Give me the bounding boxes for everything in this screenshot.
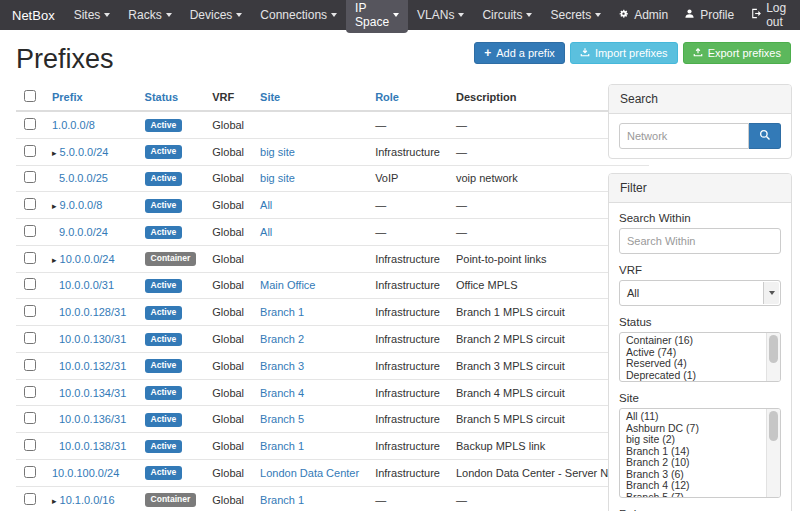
search-within-label: Search Within (619, 212, 781, 224)
site-option[interactable]: big site (2) (624, 434, 762, 446)
vrf-cell: Global (204, 272, 252, 299)
nav-item-sites[interactable]: Sites (65, 4, 120, 26)
prefix-link[interactable]: 10.0.0.130/31 (59, 333, 126, 345)
nav-item-secrets[interactable]: Secrets (541, 4, 610, 26)
site-filter-listbox[interactable]: All (11) Ashburn DC (7) big site (2) Bra… (619, 408, 781, 498)
site-option[interactable]: All (11) (624, 411, 762, 423)
row-select-checkbox[interactable] (24, 439, 36, 451)
brand-logo[interactable]: NetBox (8, 8, 65, 23)
scrollbar-thumb[interactable] (769, 411, 778, 441)
site-filter-label: Site (619, 392, 781, 404)
row-select-checkbox[interactable] (24, 305, 36, 317)
row-select-checkbox[interactable] (24, 118, 36, 130)
prefixes-table: Prefix Status VRF Site Role Description … (16, 84, 649, 511)
export-prefixes-label: Export prefixes (708, 46, 781, 60)
site-link[interactable]: All (260, 226, 272, 238)
nav-item-racks[interactable]: Racks (119, 4, 180, 26)
select-all-checkbox[interactable] (24, 90, 36, 102)
vrf-filter-label: VRF (619, 264, 781, 276)
row-select-checkbox[interactable] (24, 359, 36, 371)
search-within-input[interactable] (619, 228, 781, 254)
table-row: 10.0.0.130/31 Active Global Branch 2 Inf… (16, 326, 649, 353)
nav-item-ip-space[interactable]: IP Space (346, 0, 408, 33)
scrollbar[interactable] (766, 333, 780, 381)
search-panel-title: Search (609, 85, 791, 114)
status-option[interactable]: Deprecated (1) (624, 370, 762, 382)
profile-link[interactable]: Profile (676, 4, 742, 26)
prefix-link[interactable]: 10.0.100.0/24 (52, 467, 119, 479)
vrf-cell: Global (204, 433, 252, 460)
row-select-checkbox[interactable] (24, 252, 36, 264)
row-select-checkbox[interactable] (24, 198, 36, 210)
sidebar-search-input[interactable] (619, 123, 749, 149)
site-link[interactable]: Branch 2 (260, 333, 304, 345)
scrollbar-thumb[interactable] (769, 335, 778, 363)
site-link[interactable]: Branch 3 (260, 360, 304, 372)
prefix-link[interactable]: 5.0.0.0/24 (60, 146, 109, 158)
site-link[interactable]: Main Office (260, 279, 315, 291)
caret-down-icon (331, 13, 337, 17)
prefix-link[interactable]: 10.0.0.134/31 (59, 387, 126, 399)
site-link[interactable]: Branch 5 (260, 413, 304, 425)
sidebar-search-button[interactable] (749, 123, 781, 149)
site-link[interactable]: Branch 1 (260, 440, 304, 452)
export-prefixes-button[interactable]: Export prefixes (683, 42, 791, 64)
nav-item-vlans[interactable]: VLANs (408, 4, 473, 26)
prefix-link[interactable]: 10.0.0.138/31 (59, 440, 126, 452)
nav-item-circuits[interactable]: Circuits (473, 4, 541, 26)
status-option[interactable]: Container (16) (624, 335, 762, 347)
column-header-status[interactable]: Status (145, 91, 179, 103)
logout-link[interactable]: Log out (742, 0, 794, 33)
caret-down-icon (595, 13, 601, 17)
import-prefixes-button[interactable]: Import prefixes (570, 42, 678, 64)
nav-item-devices[interactable]: Devices (181, 4, 252, 26)
status-badge: Active (145, 226, 183, 240)
row-select-checkbox[interactable] (24, 386, 36, 398)
site-option[interactable]: Branch 4 (12) (624, 480, 762, 492)
caret-down-icon (458, 13, 464, 17)
site-link[interactable]: London Data Center (260, 467, 359, 479)
prefix-link[interactable]: 1.0.0.0/8 (52, 119, 95, 131)
row-select-checkbox[interactable] (24, 225, 36, 237)
role-cell: Infrastructure (367, 245, 448, 272)
user-icon (684, 8, 695, 22)
role-cell: Infrastructure (367, 406, 448, 433)
site-option[interactable]: Branch 2 (10) (624, 457, 762, 469)
site-option[interactable]: Branch 5 (7) (624, 492, 762, 499)
prefix-link[interactable]: 9.0.0.0/8 (60, 199, 103, 211)
nav-item-connections[interactable]: Connections (251, 4, 346, 26)
caret-down-icon (236, 13, 242, 17)
row-select-checkbox[interactable] (24, 466, 36, 478)
prefix-link[interactable]: 10.0.0.0/31 (59, 279, 114, 291)
admin-link[interactable]: Admin (610, 4, 676, 26)
prefix-link[interactable]: 10.0.0.0/24 (60, 253, 115, 265)
column-header-role[interactable]: Role (375, 91, 399, 103)
scrollbar[interactable] (766, 409, 780, 497)
vrf-select[interactable]: All (619, 280, 781, 306)
prefix-link[interactable]: 9.0.0.0/24 (59, 226, 108, 238)
status-badge: Active (145, 413, 183, 427)
site-link[interactable]: Branch 1 (260, 494, 304, 506)
row-select-checkbox[interactable] (24, 493, 36, 505)
status-filter-listbox[interactable]: Container (16) Active (74) Reserved (4) … (619, 332, 781, 382)
prefix-link[interactable]: 10.0.0.132/31 (59, 360, 126, 372)
status-filter-label: Status (619, 316, 781, 328)
row-select-checkbox[interactable] (24, 145, 36, 157)
add-prefix-button[interactable]: + Add a prefix (474, 42, 565, 64)
site-link[interactable]: All (260, 199, 272, 211)
prefix-link[interactable]: 10.0.0.128/31 (59, 306, 126, 318)
row-select-checkbox[interactable] (24, 278, 36, 290)
column-header-prefix[interactable]: Prefix (52, 91, 83, 103)
row-select-checkbox[interactable] (24, 412, 36, 424)
row-select-checkbox[interactable] (24, 332, 36, 344)
site-link[interactable]: big site (260, 172, 295, 184)
prefix-link[interactable]: 5.0.0.0/25 (59, 172, 108, 184)
site-link[interactable]: big site (260, 146, 295, 158)
row-select-checkbox[interactable] (24, 171, 36, 183)
column-header-site[interactable]: Site (260, 91, 280, 103)
site-link[interactable]: Branch 1 (260, 306, 304, 318)
status-option[interactable]: Reserved (4) (624, 358, 762, 370)
prefix-link[interactable]: 10.0.0.136/31 (59, 413, 126, 425)
site-link[interactable]: Branch 4 (260, 387, 304, 399)
prefix-link[interactable]: 10.1.0.0/16 (60, 494, 115, 506)
